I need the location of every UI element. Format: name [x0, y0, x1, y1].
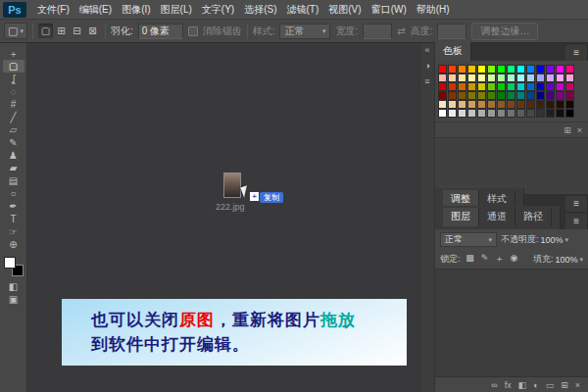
type-tool[interactable]: T — [3, 213, 24, 225]
color-swatch[interactable] — [507, 91, 515, 100]
swap-dimensions-icon[interactable]: ⇄ — [397, 25, 405, 36]
color-swatch[interactable] — [487, 74, 496, 82]
tab-paths[interactable]: 路径 — [515, 208, 552, 226]
color-swatch[interactable] — [565, 100, 574, 109]
color-swatch[interactable] — [448, 82, 457, 91]
color-swatch[interactable] — [507, 100, 515, 109]
opacity-control[interactable]: 不透明度: 100% ▾ — [501, 233, 568, 246]
height-input[interactable] — [437, 24, 466, 39]
new-selection-icon[interactable]: ▢ — [38, 24, 53, 38]
color-swatch[interactable] — [516, 100, 525, 109]
tab-swatches[interactable]: 色板 — [435, 42, 471, 61]
lasso-tool[interactable]: ʆ — [3, 73, 24, 85]
color-swatch[interactable] — [448, 109, 457, 118]
color-swatch[interactable] — [546, 109, 555, 118]
menu-item[interactable]: 选择(S) — [239, 0, 281, 19]
add-to-selection-icon[interactable]: ⊞ — [54, 24, 69, 38]
collapsed-properties-panel-icon[interactable]: ≡ — [424, 76, 429, 86]
lock-all-icon[interactable]: ◉ — [509, 253, 520, 266]
color-swatch[interactable] — [458, 82, 466, 91]
color-swatch[interactable] — [556, 82, 564, 91]
adjustment-layer-icon[interactable]: ◐ — [533, 380, 538, 390]
color-swatch[interactable] — [458, 65, 466, 74]
color-swatch[interactable] — [497, 100, 506, 109]
lock-image-pixels-icon[interactable]: ✎ — [479, 253, 491, 266]
layer-group-icon[interactable]: ▭ — [546, 380, 555, 390]
blur-tool[interactable]: ○ — [3, 187, 24, 200]
pen-tool[interactable]: ✒ — [3, 200, 24, 213]
color-swatch[interactable] — [477, 100, 486, 109]
delete-layer-icon[interactable]: × — [575, 380, 580, 390]
color-swatch[interactable] — [467, 65, 476, 74]
clone-stamp-tool[interactable]: ♟ — [3, 149, 24, 162]
zoom-tool[interactable]: ⊕ — [3, 238, 24, 251]
menu-item[interactable]: 视图(V) — [323, 0, 366, 19]
color-swatch[interactable] — [487, 109, 496, 118]
color-swatch[interactable] — [565, 109, 574, 118]
style-dropdown[interactable]: 正常 ▾ — [279, 24, 330, 39]
color-swatch[interactable] — [458, 74, 466, 82]
color-swatch[interactable] — [526, 74, 535, 82]
color-swatch[interactable] — [556, 91, 564, 100]
antialias-checkbox[interactable] — [188, 26, 198, 36]
color-swatch[interactable] — [438, 109, 447, 118]
width-input[interactable] — [363, 24, 392, 39]
color-swatch[interactable] — [526, 109, 535, 118]
color-swatch[interactable] — [458, 91, 466, 100]
color-swatch[interactable] — [497, 74, 506, 82]
layer-style-icon[interactable]: fx — [505, 380, 512, 390]
color-swatch[interactable] — [516, 82, 525, 91]
color-swatch[interactable] — [448, 91, 457, 100]
color-swatch[interactable] — [507, 74, 515, 82]
hand-tool[interactable]: ☞ — [3, 225, 24, 238]
lock-position-icon[interactable]: ＋ — [494, 253, 506, 266]
menu-item[interactable]: 帮助(H) — [412, 0, 455, 19]
color-swatch[interactable] — [526, 82, 535, 91]
crop-tool[interactable]: # — [3, 98, 24, 111]
new-swatch-icon[interactable]: ⊞ — [564, 125, 571, 135]
move-tool[interactable]: ＋ — [3, 47, 24, 60]
color-swatch[interactable] — [516, 65, 525, 74]
color-swatch[interactable] — [497, 82, 506, 91]
color-swatch[interactable] — [546, 100, 555, 109]
link-layers-icon[interactable]: ∞ — [491, 380, 497, 390]
color-swatch[interactable] — [556, 100, 564, 109]
color-swatch[interactable] — [448, 74, 457, 82]
menu-item[interactable]: 图层(L) — [156, 0, 197, 19]
tool-preset-picker[interactable]: ▢ ▾ — [4, 23, 27, 39]
color-swatch[interactable] — [536, 74, 545, 82]
color-swatch[interactable] — [546, 74, 555, 82]
color-swatch[interactable] — [556, 65, 564, 74]
layer-mask-icon[interactable]: ◧ — [518, 380, 527, 390]
color-swatch[interactable] — [467, 82, 476, 91]
blend-mode-dropdown[interactable]: 正常 ▾ — [440, 232, 497, 247]
color-swatch-widget[interactable] — [4, 257, 24, 276]
color-swatch[interactable] — [438, 74, 447, 82]
panel-menu-icon[interactable]: ≡ — [565, 214, 588, 229]
tab-channels[interactable]: 通道 — [479, 208, 515, 226]
color-swatch[interactable] — [536, 82, 545, 91]
color-swatch[interactable] — [497, 109, 506, 118]
menu-item[interactable]: 滤镜(T) — [282, 0, 324, 19]
collapse-dock-icon[interactable]: « — [424, 45, 429, 55]
color-swatch[interactable] — [458, 109, 466, 118]
rectangular-marquee-tool[interactable]: ▢ — [3, 60, 24, 73]
menu-item[interactable]: 窗口(W) — [367, 0, 412, 19]
gradient-tool[interactable]: ▤ — [3, 174, 24, 187]
color-swatch[interactable] — [477, 74, 486, 82]
lock-transparent-pixels-icon[interactable]: ▩ — [465, 253, 476, 266]
delete-swatch-icon[interactable]: × — [577, 125, 582, 135]
color-swatch[interactable] — [516, 109, 525, 118]
eyedropper-tool[interactable]: ╱ — [3, 111, 24, 123]
menu-item[interactable]: 文件(F) — [32, 0, 74, 19]
intersect-selection-icon[interactable]: ⊠ — [85, 24, 100, 38]
color-swatch[interactable] — [565, 65, 574, 74]
healing-brush-tool[interactable]: ▱ — [3, 123, 24, 136]
foreground-color-swatch[interactable] — [4, 257, 16, 269]
tab-layers[interactable]: 图层 — [443, 208, 479, 226]
brush-tool[interactable]: ✎ — [3, 136, 24, 149]
color-swatch[interactable] — [507, 65, 515, 74]
color-swatch[interactable] — [556, 74, 564, 82]
color-swatch[interactable] — [487, 91, 496, 100]
color-swatch[interactable] — [546, 82, 555, 91]
